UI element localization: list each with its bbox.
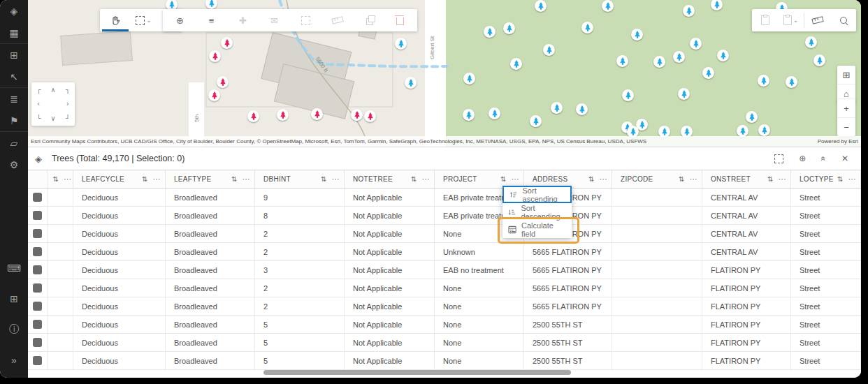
- tree-marker-red[interactable]: [364, 110, 376, 122]
- sort-toggle-icon[interactable]: ⇅: [142, 175, 148, 183]
- column-menu-icon[interactable]: ⋯: [153, 175, 161, 184]
- tree-marker-blue[interactable]: [746, 111, 758, 123]
- sort-toggle-icon[interactable]: ⇅: [679, 175, 685, 183]
- tree-marker-blue[interactable]: [786, 76, 797, 88]
- template-list-button[interactable]: ≡: [198, 9, 224, 31]
- nav-pad-cell-8[interactable]: ┘: [60, 111, 75, 126]
- menu-item-sort-ascending[interactable]: Sort ascending: [502, 186, 572, 203]
- reshape-button[interactable]: [324, 9, 350, 31]
- row-checkbox[interactable]: [33, 356, 42, 365]
- nav-pad-cell-7[interactable]: ∨: [46, 111, 61, 126]
- duplicate-button[interactable]: [356, 9, 382, 31]
- nav-pad-cell-1[interactable]: ∧: [46, 82, 61, 97]
- row-checkbox[interactable]: [33, 283, 42, 293]
- column-header-ZIPCODE[interactable]: ZIPCODE⇅⋯: [612, 170, 702, 188]
- column-menu-icon[interactable]: ⋯: [512, 175, 519, 184]
- tree-marker-blue[interactable]: [622, 89, 634, 101]
- row-checkbox[interactable]: [33, 338, 42, 347]
- column-header-LOCTYPE[interactable]: LOCTYPE⇅⋯: [791, 170, 861, 188]
- column-menu-icon[interactable]: ⋯: [332, 175, 340, 184]
- delete-button[interactable]: [387, 9, 413, 31]
- column-header-LEAFCYCLE[interactable]: LEAFCYCLE⇅⋯: [73, 170, 166, 188]
- tree-marker-red[interactable]: [311, 108, 323, 120]
- tree-marker-blue[interactable]: [551, 102, 563, 114]
- column-header-DBHINT[interactable]: DBHINT⇅⋯: [255, 170, 345, 188]
- add-feature-button[interactable]: ⊕: [167, 9, 193, 31]
- sidebar-button-info[interactable]: ⓘ: [0, 318, 28, 340]
- tree-marker-blue[interactable]: [489, 108, 500, 119]
- nav-pad-cell-5[interactable]: ›: [60, 97, 75, 112]
- row-checkbox[interactable]: [33, 229, 42, 238]
- tree-marker-blue[interactable]: [535, 0, 547, 12]
- nav-pad-cell-0[interactable]: ┌: [31, 82, 46, 97]
- scrollbar-thumb[interactable]: [263, 370, 571, 375]
- column-menu-icon[interactable]: ⋯: [690, 175, 697, 184]
- row-checkbox[interactable]: [33, 265, 42, 274]
- tree-marker-blue[interactable]: [510, 58, 522, 70]
- column-header-NOTETREE[interactable]: NOTETREE⇅⋯: [345, 170, 435, 188]
- menu-item-calculate-field[interactable]: Calculate field: [502, 221, 572, 238]
- tree-marker-blue[interactable]: [463, 109, 475, 121]
- select-rectangle-button[interactable]: ⌄: [131, 9, 157, 31]
- menu-item-sort-descending[interactable]: Sort descending: [502, 203, 572, 221]
- paste-features-button[interactable]: ⌄: [778, 9, 804, 31]
- zoom-out-button[interactable]: −: [837, 117, 855, 136]
- sort-toggle-icon[interactable]: ⇅: [588, 175, 595, 183]
- chevron-down-icon[interactable]: ⌄: [793, 17, 799, 24]
- copy-features-button[interactable]: [752, 9, 778, 31]
- sort-toggle-icon[interactable]: ⇅: [321, 175, 327, 183]
- tree-marker-red[interactable]: [277, 109, 289, 121]
- tree-marker-blue[interactable]: [503, 22, 515, 34]
- sidebar-button-list[interactable]: ≣: [0, 88, 28, 110]
- tree-marker-blue[interactable]: [543, 44, 555, 56]
- sidebar-button-apps[interactable]: ⊞: [0, 44, 28, 66]
- tree-marker-blue[interactable]: [690, 38, 702, 50]
- tree-marker-red[interactable]: [221, 37, 233, 49]
- lasso-select-button[interactable]: [293, 9, 319, 31]
- sidebar-button-settings-gear[interactable]: ⚙: [0, 154, 28, 175]
- tree-marker-blue[interactable]: [758, 75, 769, 87]
- tree-marker-blue[interactable]: [484, 26, 496, 38]
- tree-marker-blue[interactable]: [717, 50, 729, 61]
- sidebar-button-table[interactable]: ▦: [0, 22, 28, 43]
- horizontal-scrollbar[interactable]: [28, 370, 861, 376]
- tree-marker-blue[interactable]: [805, 36, 817, 48]
- row-checkbox[interactable]: [33, 247, 42, 256]
- row-checkbox[interactable]: [33, 193, 42, 202]
- tree-marker-blue[interactable]: [758, 124, 770, 136]
- column-menu-icon[interactable]: ⋯: [600, 175, 607, 184]
- sort-toggle-icon[interactable]: ⇅: [767, 175, 774, 183]
- tree-marker-blue[interactable]: [616, 55, 628, 67]
- tree-marker-red[interactable]: [209, 50, 221, 62]
- tree-marker-blue[interactable]: [813, 54, 825, 66]
- tree-marker-blue[interactable]: [405, 77, 417, 89]
- sidebar-button-folder[interactable]: ▱: [0, 132, 28, 154]
- sidebar-button-app-grid[interactable]: ⊞: [0, 288, 28, 309]
- column-menu-icon[interactable]: ⋯: [848, 175, 856, 184]
- sort-toggle-icon[interactable]: ⇅: [837, 175, 844, 183]
- sort-toggle-icon[interactable]: ⇅: [53, 175, 59, 183]
- tree-marker-blue[interactable]: [737, 125, 748, 137]
- column-header-ONSTREET[interactable]: ONSTREET⇅⋯: [702, 170, 791, 188]
- tree-marker-red[interactable]: [217, 76, 229, 88]
- map-canvas[interactable]: 5600 ft Gilbert St 5th ⌄ ⊕≡✚✉: [28, 0, 861, 147]
- zoom-in-button[interactable]: +: [837, 99, 855, 117]
- sort-toggle-icon[interactable]: ⇅: [231, 175, 238, 183]
- measure-button[interactable]: [804, 9, 830, 31]
- chevron-down-icon[interactable]: ⌄: [146, 17, 152, 24]
- column-menu-icon[interactable]: ⋯: [64, 175, 71, 184]
- sidebar-button-select-cursor[interactable]: ↖: [0, 66, 28, 87]
- tree-marker-red[interactable]: [351, 109, 363, 121]
- sort-toggle-icon[interactable]: ⇅: [411, 175, 417, 183]
- tree-marker-blue[interactable]: [653, 56, 665, 68]
- tree-marker-blue[interactable]: [576, 103, 588, 115]
- search-button[interactable]: [830, 9, 856, 31]
- tree-marker-blue[interactable]: [673, 51, 685, 63]
- tree-marker-blue[interactable]: [702, 67, 714, 79]
- nav-pad-cell-3[interactable]: ‹: [31, 97, 46, 112]
- sidebar-button-keyboard[interactable]: ⌨: [0, 257, 28, 279]
- show-selection-button[interactable]: [774, 154, 783, 163]
- tree-marker-blue[interactable]: [631, 29, 643, 40]
- row-checkbox[interactable]: [33, 211, 42, 220]
- pan-navigation-pad[interactable]: ┌∧┐‹›└∨┘: [31, 82, 75, 126]
